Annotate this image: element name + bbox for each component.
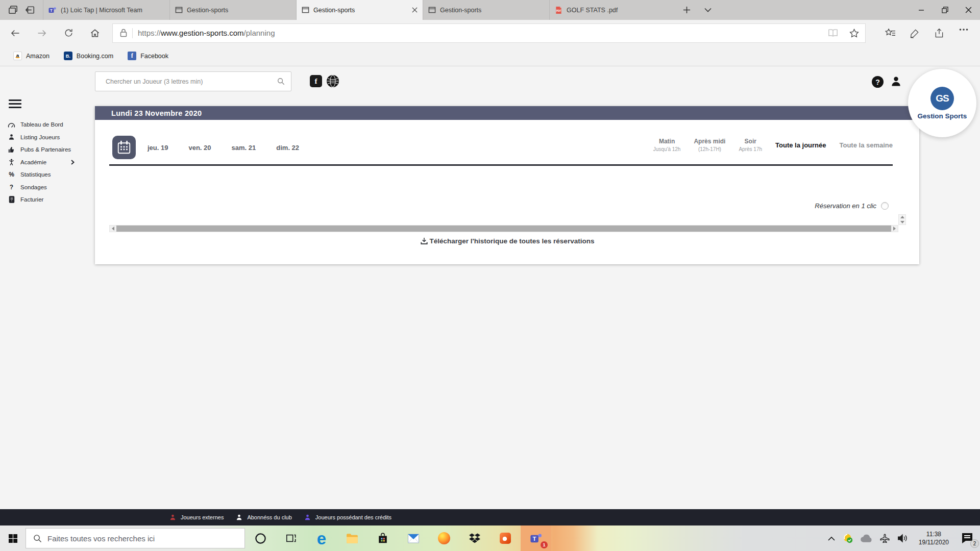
action-center-button[interactable]: 2 [959, 530, 976, 547]
favorite-facebook[interactable]: f Facebook [120, 52, 176, 60]
volume-icon[interactable] [897, 533, 908, 543]
office-icon[interactable] [490, 525, 521, 551]
question-icon: ? [7, 184, 16, 191]
favorites-hub-icon[interactable] [878, 28, 902, 38]
svg-text:T: T [50, 8, 53, 13]
day-tab[interactable]: dim. 22 [276, 144, 299, 152]
sidebar-item-pubs-partenaires[interactable]: Pubs & Partenaires [0, 143, 83, 156]
legend-label: Joueurs externes [181, 514, 224, 520]
share-icon[interactable] [927, 28, 951, 38]
facebook-page-icon[interactable]: f [310, 75, 322, 87]
start-button[interactable] [0, 525, 26, 551]
one-click-toggle[interactable] [881, 202, 889, 210]
filter-toute-la-semaine[interactable]: Toute la semaine [839, 141, 893, 149]
page-favicon [302, 6, 309, 14]
dropbox-icon[interactable] [459, 525, 490, 551]
scroll-left-icon[interactable] [110, 227, 116, 231]
sidebar-item-tableau-de-bord[interactable]: Tableau de Bord [0, 118, 83, 131]
microsoft-store-icon[interactable] [368, 525, 398, 551]
sidebar-item-listing-joueurs[interactable]: Listing Joueurs [0, 131, 83, 144]
person-purple-icon [304, 514, 311, 521]
home-button[interactable] [82, 20, 108, 46]
tab-gestion-sports-active[interactable]: Gestion-sports [296, 0, 423, 20]
filter-soir[interactable]: Soir Après 17h [739, 138, 762, 152]
add-favorite-star-icon[interactable] [849, 29, 859, 38]
scroll-down-icon[interactable] [900, 221, 904, 223]
filter-matin[interactable]: Matin Jusqu'à 12h [653, 138, 681, 152]
help-icon[interactable]: ? [872, 76, 884, 88]
hamburger-menu-icon[interactable] [9, 99, 21, 110]
airplane-mode-icon[interactable] [879, 533, 890, 544]
favorite-amazon[interactable]: a Amazon [6, 52, 57, 60]
onedrive-cloud-icon[interactable] [860, 534, 873, 543]
sidebar-item-academie[interactable]: Académie [0, 156, 83, 169]
favorite-booking[interactable]: B. Booking.com [57, 52, 120, 60]
taskbar-search-box[interactable]: Faites toutes vos recherches ici [26, 528, 245, 548]
sidebar-item-label: Pubs & Partenaires [20, 146, 71, 153]
vertical-scrollbar[interactable] [898, 214, 906, 225]
sidebar-item-label: Statistiques [20, 171, 51, 178]
search-icon[interactable] [277, 78, 285, 85]
tab-golf-stats-pdf[interactable]: PDF GOLF STATS .pdf [549, 0, 676, 20]
profile-icon[interactable] [890, 76, 902, 87]
tab-gestion-sports-1[interactable]: Gestion-sports [169, 0, 296, 20]
legend-abonnes-du-club: Abonnéss du club [236, 514, 291, 521]
tab-title: Gestion-sports [187, 7, 291, 14]
favorite-label: Booking.com [77, 53, 113, 60]
filter-apres-midi[interactable]: Après midi (12h-17H) [694, 138, 725, 152]
scroll-up-icon[interactable] [900, 216, 904, 218]
pdf-favicon: PDF [555, 6, 562, 14]
close-window-button[interactable] [957, 0, 980, 20]
globe-icon[interactable] [326, 74, 339, 88]
download-history-link[interactable]: Télécharger l'historique de toutes les r… [95, 237, 919, 245]
taskbar-clock[interactable]: 11:38 19/11/2020 [919, 530, 949, 546]
filter-toute-la-journee[interactable]: Toute la journée [775, 141, 826, 149]
tab-gestion-sports-2[interactable]: Gestion-sports [423, 0, 549, 20]
horizontal-scrollbar[interactable] [109, 225, 898, 232]
sidebar-item-sondages[interactable]: ? Sondages [0, 181, 83, 194]
security-status-icon[interactable] [842, 533, 853, 544]
sidebar-item-facturier[interactable]: Facturier [0, 193, 83, 206]
reading-view-icon[interactable] [828, 29, 838, 37]
lock-icon [120, 29, 127, 37]
forward-button[interactable] [29, 20, 55, 46]
windows-taskbar: Faites toutes vos recherches ici e T 1 [0, 525, 980, 551]
tray-chevron-icon[interactable] [827, 536, 836, 541]
player-search-input[interactable] [95, 78, 277, 85]
day-tab[interactable]: sam. 21 [232, 144, 256, 152]
teams-notification-badge: 1 [541, 541, 548, 548]
tab-teams[interactable]: T (1) Loic Tap | Microsoft Team [43, 0, 169, 20]
tab-preview-chevron-icon[interactable] [697, 0, 719, 20]
players-legend: Joueurs externes Abonnéss du club Joueur… [0, 509, 980, 525]
set-aside-tabs-icon[interactable] [8, 5, 18, 15]
notification-count-badge: 2 [970, 539, 979, 548]
mail-icon[interactable] [398, 525, 429, 551]
refresh-button[interactable] [55, 20, 82, 46]
back-button[interactable] [2, 20, 29, 46]
task-view-button[interactable] [276, 525, 306, 551]
scrollbar-thumb[interactable] [116, 226, 891, 232]
web-note-pen-icon[interactable] [902, 28, 927, 38]
sidebar-item-statistiques[interactable]: % Statistiques [0, 168, 83, 181]
new-tab-button[interactable] [676, 0, 697, 20]
address-bar[interactable]: https://www.gestion-sports.com/planning [112, 23, 866, 43]
restore-button[interactable] [933, 0, 957, 20]
edge-taskbar-icon[interactable]: e [306, 525, 337, 551]
teams-taskbar-icon[interactable]: T 1 [521, 525, 551, 551]
day-tab[interactable]: jeu. 19 [148, 144, 168, 152]
cortana-button[interactable] [245, 525, 276, 551]
firefox-icon[interactable] [429, 525, 459, 551]
settings-more-icon[interactable] [951, 28, 976, 31]
search-icon [33, 534, 42, 543]
file-explorer-icon[interactable] [337, 525, 368, 551]
calendar-icon[interactable] [112, 136, 136, 159]
tab-title: GOLF STATS .pdf [567, 7, 671, 14]
day-tab[interactable]: ven. 20 [188, 144, 211, 152]
planning-card: Lundi 23 Novembre 2020 jeu. 19 ven. 20 s… [95, 106, 919, 264]
tab-close-icon[interactable] [412, 7, 418, 13]
player-search-box [95, 71, 291, 91]
sidebar-item-label: Tableau de Bord [20, 121, 63, 128]
scroll-right-icon[interactable] [891, 227, 898, 231]
minimize-button[interactable] [910, 0, 933, 20]
restore-set-aside-tabs-icon[interactable] [25, 5, 35, 15]
